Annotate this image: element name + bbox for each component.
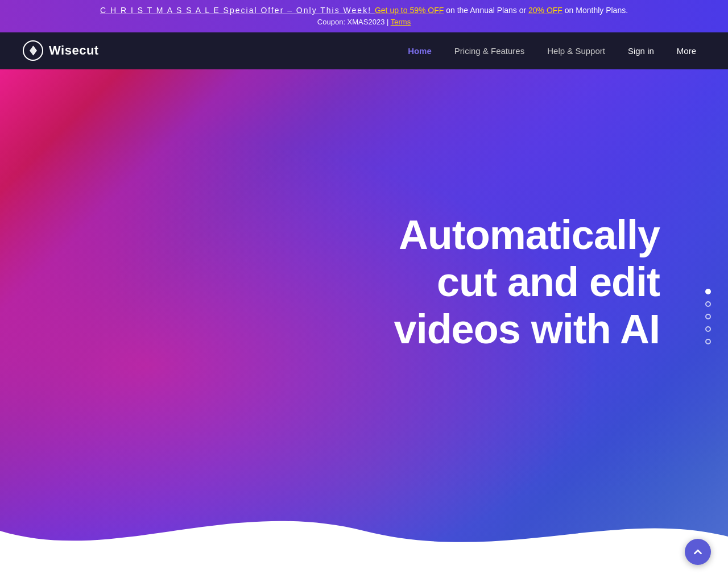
dot-4[interactable] [705, 326, 711, 332]
nav-links: Home Pricing & Features Help & Support S… [399, 41, 705, 60]
dot-3[interactable] [705, 314, 711, 319]
dot-1[interactable] [705, 289, 711, 294]
announcement-line2: Coupon: XMAS2023 | Terms [11, 16, 717, 28]
dot-navigation [705, 289, 711, 344]
navbar: Wisecut Home Pricing & Features Help & S… [0, 32, 728, 69]
nav-item-signin[interactable]: Sign in [619, 41, 663, 60]
announcement-suffix: on Monthly Plans. [562, 6, 628, 15]
hero-text: Automatically cut and edit videos with A… [394, 211, 660, 352]
chevron-up-icon [692, 546, 704, 558]
hero-section: Automatically cut and edit videos with A… [0, 69, 728, 564]
scroll-to-top-button[interactable] [685, 539, 711, 565]
hero-title-line3: videos with AI [394, 306, 660, 352]
announcement-bar: C H R I S T M A S S A L E Special Offer … [0, 0, 728, 32]
hero-title: Automatically cut and edit videos with A… [394, 211, 660, 352]
discount-link-monthly[interactable]: 20% OFF [528, 6, 562, 15]
logo-icon [23, 40, 43, 61]
coupon-prefix: Coupon: XMAS2023 | [317, 18, 391, 26]
hero-title-line1: Automatically [399, 212, 660, 257]
logo[interactable]: Wisecut [23, 40, 99, 61]
nav-item-home[interactable]: Home [399, 41, 441, 60]
announcement-middle: on the Annual Plans or [444, 6, 528, 15]
terms-link[interactable]: Terms [391, 18, 411, 26]
dot-5[interactable] [705, 339, 711, 344]
nav-item-help[interactable]: Help & Support [538, 41, 614, 60]
hero-title-line2: cut and edit [437, 259, 660, 305]
below-hero [0, 564, 728, 583]
hero-content: Automatically cut and edit videos with A… [0, 69, 728, 496]
announcement-line1: C H R I S T M A S S A L E Special Offer … [11, 5, 717, 16]
nav-item-pricing[interactable]: Pricing & Features [445, 41, 533, 60]
logo-text: Wisecut [49, 43, 99, 58]
dot-2[interactable] [705, 301, 711, 307]
sale-text: C H R I S T M A S S A L E Special Offer … [100, 6, 375, 15]
nav-item-more[interactable]: More [668, 41, 705, 60]
hero-wave [0, 497, 728, 564]
discount-link-annual[interactable]: Get up to 59% OFF [375, 6, 444, 15]
